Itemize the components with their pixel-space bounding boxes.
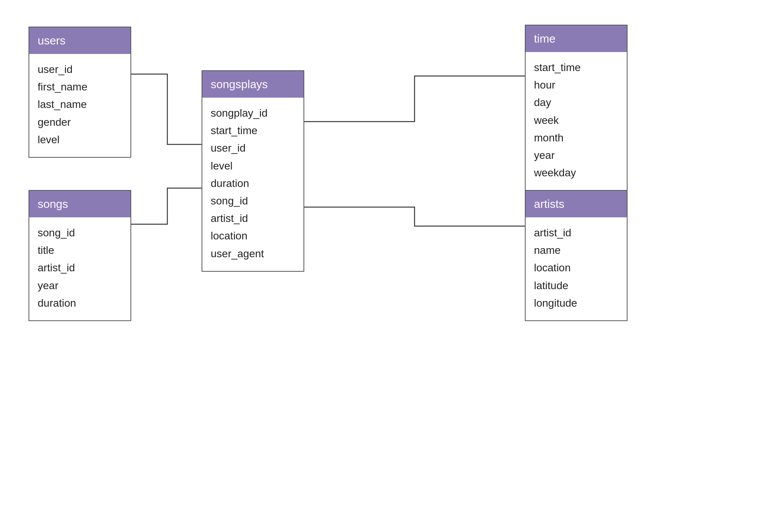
field-latitude: latitude (534, 277, 618, 294)
table-songsplays: songsplays songplay_id start_time user_i… (202, 70, 304, 272)
table-users-header: users (29, 27, 130, 54)
field-week: week (534, 112, 618, 129)
field-artist-id: artist_id (534, 224, 618, 242)
field-song-id: song_id (38, 224, 122, 242)
field-last-name: last_name (38, 96, 122, 113)
field-month: month (534, 129, 618, 147)
field-day: day (534, 94, 618, 111)
table-songsplays-header: songsplays (202, 71, 303, 98)
table-songs: songs song_id title artist_id year durat… (29, 190, 131, 321)
field-songplay-id: songplay_id (211, 104, 295, 122)
field-location: location (211, 227, 295, 245)
table-artists-fields: artist_id name location latitude longitu… (526, 217, 627, 320)
field-longitude: longitude (534, 294, 618, 312)
field-year: year (534, 147, 618, 164)
table-time-fields: start_time hour day week month year week… (526, 52, 627, 190)
field-location: location (534, 259, 618, 277)
table-time-header: time (526, 25, 627, 52)
field-artist-id: artist_id (211, 210, 295, 227)
field-user-id: user_id (38, 61, 122, 78)
field-hour: hour (534, 76, 618, 94)
field-gender: gender (38, 114, 122, 131)
field-user-agent: user_agent (211, 245, 295, 263)
table-artists-header: artists (526, 191, 627, 217)
table-songsplays-fields: songplay_id start_time user_id level dur… (202, 98, 303, 271)
field-title: title (38, 242, 122, 259)
field-start-time: start_time (534, 59, 618, 76)
field-first-name: first_name (38, 78, 122, 96)
field-year: year (38, 277, 122, 294)
field-level: level (211, 157, 295, 175)
table-songs-header: songs (29, 191, 130, 217)
table-artists: artists artist_id name location latitude… (525, 190, 628, 321)
field-weekday: weekday (534, 164, 618, 182)
table-songs-fields: song_id title artist_id year duration (29, 217, 130, 320)
field-duration: duration (211, 175, 295, 192)
field-artist-id: artist_id (38, 259, 122, 277)
field-start-time: start_time (211, 122, 295, 139)
field-song-id: song_id (211, 192, 295, 210)
table-users-fields: user_id first_name last_name gender leve… (29, 54, 130, 157)
field-level: level (38, 131, 122, 149)
field-name: name (534, 242, 618, 259)
table-time: time start_time hour day week month year… (525, 25, 628, 191)
field-user-id: user_id (211, 139, 295, 157)
field-duration: duration (38, 294, 122, 312)
table-users: users user_id first_name last_name gende… (29, 27, 131, 158)
erd-diagram: users user_id first_name last_name gende… (0, 0, 769, 532)
